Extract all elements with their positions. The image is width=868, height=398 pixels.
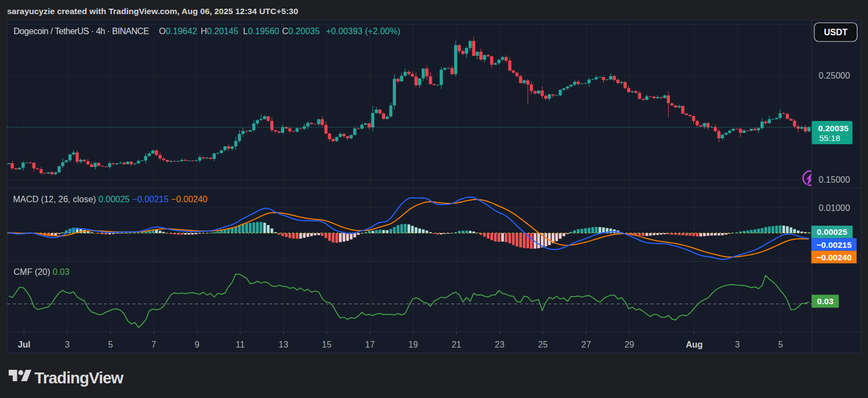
svg-text:0.25000: 0.25000 <box>819 71 850 80</box>
svg-text:Aug: Aug <box>686 340 703 349</box>
svg-text:TradingView: TradingView <box>35 369 124 387</box>
svg-text:0.20035: 0.20035 <box>818 124 848 133</box>
svg-text:−0.00240: −0.00240 <box>816 253 852 262</box>
svg-text:15: 15 <box>322 340 331 349</box>
svg-text:0.15000: 0.15000 <box>819 175 850 184</box>
svg-text:CMF (20) 0.03: CMF (20) 0.03 <box>14 267 69 277</box>
svg-text:5: 5 <box>778 340 783 349</box>
svg-text:0.00025: 0.00025 <box>817 227 847 236</box>
svg-text:C0.20035: C0.20035 <box>282 27 320 36</box>
svg-text:MACD (12, 26, close) 0.00025: MACD (12, 26, close) 0.00025 −0.00215 −0… <box>13 195 208 204</box>
svg-text:Dogecoin / TetherUS · 4h · BIN: Dogecoin / TetherUS · 4h · BINANCE <box>14 27 149 36</box>
svg-text:3: 3 <box>735 340 740 349</box>
svg-text:21: 21 <box>451 340 461 349</box>
svg-text:H0.20145: H0.20145 <box>201 27 239 36</box>
svg-text:55:18: 55:18 <box>819 133 840 143</box>
svg-text:L0.19560: L0.19560 <box>243 27 279 36</box>
svg-text:11: 11 <box>235 340 245 349</box>
svg-text:−0.00215: −0.00215 <box>816 240 852 249</box>
svg-text:27: 27 <box>582 340 591 349</box>
svg-text:O0.19642: O0.19642 <box>159 27 197 36</box>
svg-text:USDT: USDT <box>824 28 848 37</box>
svg-text:0.03: 0.03 <box>817 297 834 306</box>
svg-text:13: 13 <box>279 340 289 349</box>
svg-text:23: 23 <box>495 340 505 349</box>
svg-text:17: 17 <box>365 340 375 349</box>
svg-text:29: 29 <box>624 340 634 349</box>
svg-text:9: 9 <box>195 340 200 349</box>
svg-text:7: 7 <box>151 340 156 349</box>
svg-text:0.01000: 0.01000 <box>819 203 850 213</box>
svg-text:+0.00393 (+2.00%): +0.00393 (+2.00%) <box>326 27 400 36</box>
svg-text:Jul: Jul <box>18 340 30 349</box>
svg-text:3: 3 <box>65 340 70 349</box>
svg-text:sarayucyzie created with Tradi: sarayucyzie created with TradingView.com… <box>7 7 298 16</box>
svg-text:5: 5 <box>108 340 113 349</box>
svg-text:19: 19 <box>409 340 418 349</box>
svg-text:25: 25 <box>538 340 548 349</box>
